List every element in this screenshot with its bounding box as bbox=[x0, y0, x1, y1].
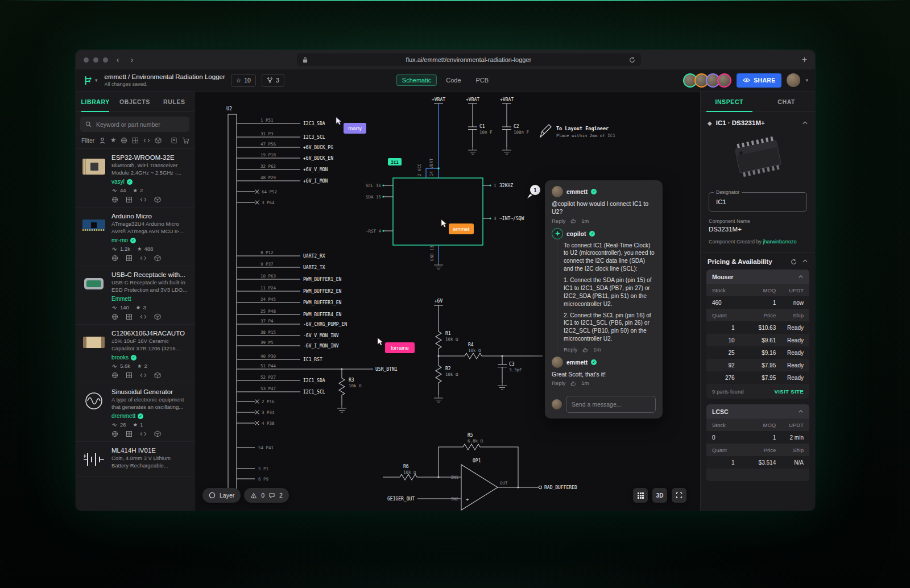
price-row[interactable]: 92$7.95Ready bbox=[706, 359, 809, 371]
price-row[interactable]: 1$3.514N/A bbox=[706, 456, 809, 469]
designator-field[interactable]: Designator bbox=[709, 192, 807, 212]
component-author-link[interactable]: Emmett bbox=[111, 296, 131, 302]
u2-pin-row[interactable]: 1 P51I2C3_SDA bbox=[237, 118, 325, 126]
price-row[interactable]: 25$9.16Ready bbox=[706, 346, 809, 359]
u2-pin-row[interactable]: 48 P29+6V_I_MON bbox=[237, 175, 328, 184]
tab-rules[interactable]: RULES bbox=[155, 92, 194, 111]
window-minimize-button[interactable] bbox=[93, 57, 98, 63]
symbol-icon[interactable] bbox=[140, 372, 147, 379]
model-icon[interactable] bbox=[154, 313, 161, 320]
component-author-link[interactable]: brooks bbox=[111, 354, 129, 361]
u2-pin-row[interactable]: 38 P15-6V_V_MON_INV bbox=[237, 330, 339, 338]
fullscreen-button[interactable] bbox=[672, 488, 686, 503]
tab-objects[interactable]: OBJECTS bbox=[115, 92, 154, 111]
capacitor-c1[interactable]: C1 10n F bbox=[468, 124, 493, 154]
u2-pin-row[interactable]: 40 P30IC1_RST bbox=[237, 354, 322, 362]
u2-pin-row-nc[interactable]: 4 P38 bbox=[237, 421, 275, 426]
comment-marker[interactable]: 1 bbox=[527, 185, 540, 198]
status-pill[interactable]: 0 2 bbox=[244, 488, 289, 503]
thumbs-up-icon[interactable] bbox=[570, 380, 576, 386]
model-icon[interactable] bbox=[154, 430, 161, 437]
component-author-link[interactable]: dremmett bbox=[111, 413, 135, 419]
refresh-icon[interactable] bbox=[791, 259, 797, 265]
3d-view-button[interactable]: 3D bbox=[652, 488, 667, 503]
library-item[interactable]: USB-C Receptacle with... USB-C Receptacl… bbox=[76, 266, 194, 325]
globe-icon[interactable] bbox=[111, 196, 118, 203]
u2-pin-row[interactable]: 10 P63PWM_BUFFER1_EN bbox=[237, 274, 342, 282]
search-input[interactable] bbox=[95, 121, 184, 129]
visit-site-link[interactable]: VISIT SITE bbox=[774, 388, 804, 395]
schematic-canvas[interactable]: U2 1 P51I2C3_SDA 31 P3I2C3_SCL 47 P56+6V… bbox=[195, 92, 700, 511]
u2-pin-row[interactable]: 19 P18+6V_BUCK_EN bbox=[237, 152, 333, 161]
address-bar[interactable]: flux.ai/emmett/environmental-radiation-l… bbox=[297, 53, 641, 66]
model-icon[interactable] bbox=[154, 372, 161, 379]
u2-component[interactable]: U2 bbox=[226, 106, 237, 494]
fork-button[interactable]: 3 bbox=[262, 74, 284, 87]
u2-pin-row[interactable]: 11 P24PWM_BUFFER2_EN bbox=[237, 285, 342, 294]
vendor-header[interactable]: Mouser bbox=[706, 270, 809, 284]
u2-pin-row[interactable]: 32 P62+6V_V_MON bbox=[237, 164, 328, 172]
reply-button[interactable]: Reply bbox=[564, 346, 577, 353]
model-icon[interactable] bbox=[154, 196, 161, 203]
u2-pin-row-nc[interactable]: 3 P64 bbox=[237, 200, 275, 205]
tab-pcb[interactable]: PCB bbox=[470, 74, 495, 86]
code-filter-icon[interactable] bbox=[143, 137, 150, 144]
globe-icon[interactable] bbox=[111, 255, 118, 262]
pricing-section-header[interactable]: Pricing & Availability bbox=[701, 252, 815, 270]
symbol-icon[interactable] bbox=[140, 196, 147, 203]
star-filter-icon[interactable]: ★ bbox=[110, 136, 116, 144]
u2-pin-row[interactable]: 47 P56+6V_BUCK_PG bbox=[237, 142, 333, 150]
designator-input[interactable] bbox=[715, 198, 801, 206]
footprint-icon[interactable] bbox=[126, 372, 133, 379]
tab-inspect[interactable]: INSPECT bbox=[701, 92, 758, 111]
chevron-down-icon[interactable]: ▾ bbox=[805, 77, 808, 83]
globe-icon[interactable] bbox=[111, 313, 118, 320]
share-button[interactable]: SHARE bbox=[737, 73, 781, 88]
refresh-icon[interactable] bbox=[629, 57, 635, 63]
u2-pin-row-nc[interactable]: 2 P16 bbox=[237, 399, 275, 404]
u2-pin-row[interactable]: 25 P48PWM_BUFFER4_EN bbox=[237, 309, 342, 317]
u2-pin-row[interactable]: 52 P27I2C1_SDA bbox=[237, 375, 325, 383]
library-item[interactable]: C1206X106J4RACAUTO ±5% 10uF 16V Ceramic … bbox=[76, 325, 194, 383]
capacitor-c2[interactable]: C2 100n F bbox=[502, 124, 530, 154]
user-filter-icon[interactable] bbox=[99, 137, 106, 144]
power-vbat-symbol[interactable]: +VBAT bbox=[500, 97, 514, 127]
resistor-r6[interactable]: R6 10k Ω bbox=[383, 464, 419, 480]
chevron-up-icon[interactable] bbox=[802, 259, 808, 265]
footprint-icon[interactable] bbox=[126, 255, 133, 262]
model-icon[interactable] bbox=[154, 255, 161, 262]
globe-filter-icon[interactable] bbox=[121, 137, 127, 144]
opamp-op1[interactable]: OP1 IN1 IN2 + OUT bbox=[450, 458, 508, 510]
package-filter-icon[interactable] bbox=[155, 137, 162, 144]
creator-link[interactable]: jharwinbarrozo bbox=[763, 239, 797, 245]
u2-pin-row[interactable]: 8 P12UART2_RX bbox=[237, 250, 325, 259]
u2-pin-row[interactable]: 5 P1 bbox=[237, 466, 268, 471]
user-avatar[interactable] bbox=[787, 73, 800, 87]
power-vbat-symbol[interactable]: +VBAT bbox=[466, 97, 479, 127]
thumbs-up-icon[interactable] bbox=[570, 218, 576, 223]
u2-pin-row[interactable]: 9 P37UART2_TX bbox=[237, 262, 325, 270]
globe-icon[interactable] bbox=[111, 430, 118, 437]
resistor-r1[interactable]: R1 10k Ω bbox=[436, 329, 458, 351]
layer-button[interactable]: Layer bbox=[202, 488, 241, 503]
reply-button[interactable]: Reply bbox=[552, 218, 565, 224]
ic1-component[interactable]: IC1 SCL 16 SDA 15 ~RST 4 1 32KHZ bbox=[366, 158, 524, 269]
resistor-r4[interactable]: R4 10k Ω bbox=[462, 342, 484, 359]
capacitor-c3[interactable]: C3 3.3pF bbox=[498, 356, 522, 390]
symbol-icon[interactable] bbox=[140, 255, 147, 262]
window-maximize-button[interactable] bbox=[103, 57, 108, 63]
reply-button[interactable]: Reply bbox=[552, 380, 565, 386]
resistor-r3[interactable]: R3 10k Ω bbox=[337, 368, 362, 412]
u2-pin-row-nc[interactable]: 3 P34 bbox=[237, 410, 275, 415]
component-author-link[interactable]: mr-mo bbox=[111, 237, 128, 243]
u2-pin-row[interactable]: 54 P41 bbox=[237, 445, 274, 450]
price-row[interactable]: 276$7.95Ready bbox=[706, 371, 809, 384]
selected-component-header[interactable]: ◆ IC1 · DS3231M+ bbox=[701, 112, 815, 130]
cart-icon[interactable] bbox=[182, 137, 189, 144]
window-controls[interactable] bbox=[84, 57, 108, 63]
comment-input[interactable] bbox=[566, 396, 656, 413]
u2-pin-row[interactable]: 39 P5-6V_I_MON_INV bbox=[237, 340, 339, 349]
library-item[interactable]: Sinusoidal Generator A type of electroni… bbox=[76, 383, 194, 442]
layout-note[interactable]: To Layout Engineer Place within 2mm of I… bbox=[540, 125, 615, 138]
resistor-r5[interactable]: R5 6.8k Ω bbox=[461, 433, 483, 450]
